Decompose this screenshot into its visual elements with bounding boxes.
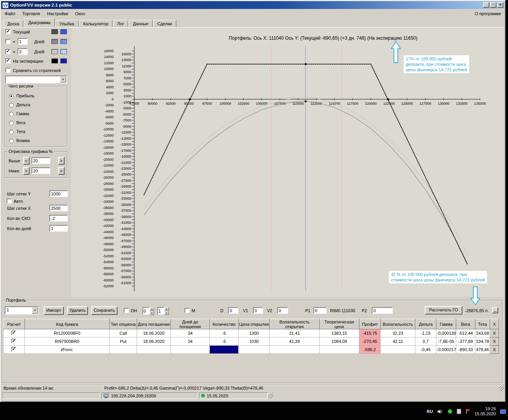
row-delete-button[interactable]: X <box>490 337 499 346</box>
save-button[interactable]: Сохранить <box>91 306 118 315</box>
table-cell[interactable]: 234,78 <box>475 337 490 346</box>
portfolio-dropdown-arrow-icon[interactable]: ▼ <box>32 307 38 314</box>
above-step-up-button[interactable]: > <box>58 157 65 165</box>
menu-window[interactable]: Окно <box>72 10 89 17</box>
dh-spinner-1[interactable]: ▲▼ <box>142 307 154 315</box>
table-cell[interactable]: -5 <box>210 337 239 346</box>
menu-settings[interactable]: Настройки <box>44 10 72 17</box>
dropdown-arrow-icon[interactable]: ▼ <box>60 76 66 83</box>
row-delete-button[interactable]: X <box>490 329 499 337</box>
p1-input[interactable] <box>313 307 327 314</box>
menu-about[interactable]: О программе <box>471 10 504 17</box>
resize-grip[interactable] <box>499 386 504 391</box>
table-cell[interactable]: 1030 <box>239 337 270 346</box>
below-value-input[interactable] <box>32 167 50 174</box>
flag-tray-icon[interactable] <box>466 409 470 414</box>
resize-grip-2[interactable] <box>268 394 273 399</box>
m-checkbox[interactable] <box>185 308 190 313</box>
table-cell[interactable]: -377,89 <box>456 337 475 346</box>
column-header[interactable]: Дней до погашения <box>171 319 210 329</box>
radio-theta[interactable] <box>9 130 14 134</box>
dh-spinner-1-input[interactable] <box>142 307 149 315</box>
table-cell[interactable] <box>239 346 270 354</box>
column-header[interactable]: Тета <box>475 319 490 329</box>
column-header[interactable]: Дельта <box>415 319 436 329</box>
row-calc-checkbox[interactable] <box>11 347 16 352</box>
table-cell[interactable]: 34 <box>171 337 210 346</box>
display-tray-icon[interactable] <box>500 409 506 414</box>
column-header[interactable]: Волатильность <box>381 319 415 329</box>
spin-up-icon[interactable]: ▲ <box>164 307 169 311</box>
calc-go-button[interactable]: Рассчитать ГО <box>425 306 462 315</box>
table-cell[interactable]: -1,15 <box>415 329 436 337</box>
radio-vomma[interactable] <box>9 139 14 143</box>
table-cell[interactable] <box>110 346 137 354</box>
above-value-input[interactable] <box>32 157 50 164</box>
dh-spinner-2-input[interactable] <box>157 307 164 315</box>
table-cell[interactable] <box>381 346 415 354</box>
maximize-button[interactable]: □ <box>490 2 496 8</box>
v1-input[interactable] <box>253 307 263 314</box>
table-cell[interactable] <box>320 346 359 354</box>
table-cell[interactable]: 18.06.2020 <box>137 329 171 337</box>
d-input[interactable] <box>228 307 238 314</box>
dh-spinner-2[interactable]: ▲▼ <box>157 307 169 315</box>
dh-checkbox[interactable] <box>124 308 129 313</box>
table-cell[interactable]: -0,000139 <box>436 329 456 337</box>
radio-delta[interactable] <box>9 103 14 107</box>
column-header[interactable]: Профит <box>359 319 381 329</box>
row-calc-checkbox[interactable] <box>11 339 16 344</box>
delete-button[interactable]: Удалить <box>67 306 88 315</box>
table-cell[interactable]: 41,39 <box>270 337 320 346</box>
below-step-down-button[interactable]: < <box>23 167 30 175</box>
import-button[interactable]: Импорт <box>44 306 64 315</box>
title-bar[interactable]: VV OptionFVV версия 2.1 public _ □ ✕ <box>1 1 504 9</box>
p2-input[interactable] <box>372 307 393 314</box>
menu-trading[interactable]: Торговля <box>19 10 44 17</box>
table-cell[interactable]: 0,7 <box>415 337 436 346</box>
table-cell[interactable]: 1383,15 <box>320 329 359 337</box>
spin-down-icon[interactable]: ▼ <box>149 311 154 315</box>
radio-pribyl[interactable] <box>9 94 14 98</box>
row-calc-checkbox[interactable] <box>11 330 16 336</box>
document-tray-icon[interactable] <box>457 409 461 414</box>
grid-x-input[interactable] <box>49 205 68 211</box>
minimize-button[interactable]: _ <box>483 2 489 8</box>
language-indicator[interactable]: RU <box>427 409 433 414</box>
tab-dannye[interactable]: Данные <box>128 20 153 27</box>
days-count-input[interactable] <box>49 225 68 232</box>
table-cell[interactable]: Итого: <box>25 346 110 354</box>
table-cell[interactable] <box>137 346 171 354</box>
day1-color-swatch-1[interactable] <box>51 39 58 44</box>
spin-down-icon[interactable]: ▼ <box>164 311 169 315</box>
table-cell[interactable]: 18.06.2020 <box>137 337 171 346</box>
column-header[interactable]: Теоретическая цена <box>320 319 359 329</box>
column-header[interactable]: Цена открытия <box>239 319 270 329</box>
radio-gamma[interactable] <box>9 112 14 116</box>
table-cell[interactable]: -512,44 <box>456 329 475 337</box>
table-cell[interactable]: -890,33 <box>456 346 475 354</box>
table-cell[interactable]: 42,11 <box>381 337 415 346</box>
table-cell[interactable]: -0,000217 <box>436 346 456 354</box>
v2-input[interactable] <box>277 307 288 314</box>
menu-file[interactable]: Файл <box>1 10 19 17</box>
column-header[interactable]: Гамма <box>436 319 456 329</box>
table-cell[interactable]: 31,41 <box>270 329 320 337</box>
column-header[interactable]: Вега <box>456 319 475 329</box>
table-cell[interactable] <box>210 346 239 354</box>
portfolio-chart[interactable]: 1600015000140001300012000110001000090008… <box>69 43 505 308</box>
antivirus-tray-icon[interactable] <box>448 409 452 414</box>
expiration-color-swatch-1[interactable] <box>51 58 58 63</box>
table-cell[interactable]: -7,8E-05 <box>436 337 456 346</box>
table-cell[interactable] <box>171 346 210 354</box>
table-cell[interactable]: 34 <box>171 329 210 337</box>
collapse-button[interactable]: _ <box>492 307 498 313</box>
tab-log[interactable]: Лог <box>113 20 128 27</box>
volume-icon[interactable] <box>437 409 443 414</box>
column-header[interactable]: Количество <box>210 319 239 329</box>
table-cell[interactable]: -270,45 <box>359 337 381 346</box>
expiration-checkbox[interactable] <box>5 58 11 63</box>
spin-up-icon[interactable]: ▲ <box>149 307 154 311</box>
column-header[interactable]: Дата погашения <box>137 319 171 329</box>
column-header[interactable]: Тип опциона <box>110 319 137 329</box>
